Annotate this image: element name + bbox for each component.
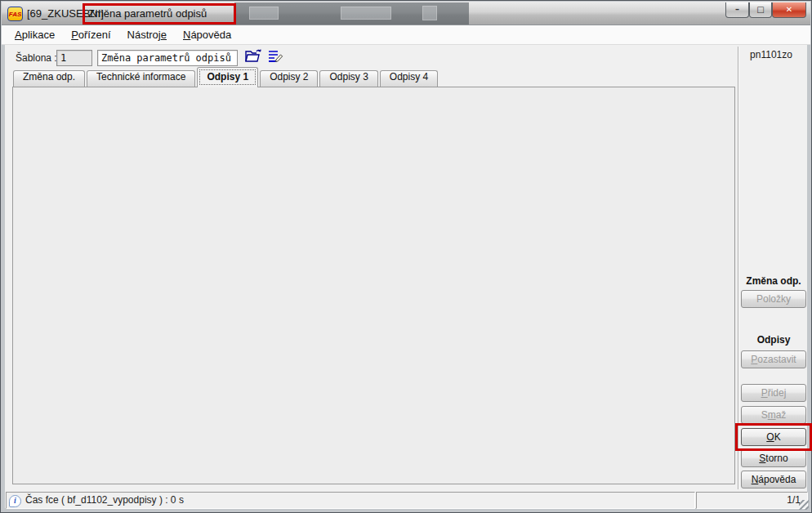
resize-grip[interactable] xyxy=(799,500,809,510)
pridej-button[interactable]: Přidej xyxy=(741,384,806,402)
tab-odpisy-4[interactable]: Odpisy 4 xyxy=(380,70,438,87)
pozastavit-button[interactable]: Pozastavit xyxy=(741,350,806,368)
title-bar[interactable]: FAS [69_ZKUSEBNI] Změna parametrů odpisů… xyxy=(2,2,810,25)
minimize-button[interactable]: – xyxy=(725,2,749,18)
napoveda-button[interactable]: Nápověda xyxy=(741,471,806,488)
window-title-main: Změna parametrů odpisů xyxy=(88,7,207,20)
status-bar-message: iČas fce ( bf_d1102_vypodpisy ) : 0 s xyxy=(6,492,695,509)
app-logo-icon: FAS xyxy=(7,7,23,21)
odpisy-section-label: Odpisy xyxy=(739,334,808,346)
tab-technicke-informace[interactable]: Technické informace xyxy=(87,70,195,87)
tab-odpisy-3[interactable]: Odpisy 3 xyxy=(319,70,377,87)
status-bar-pager: 1/1 xyxy=(696,492,808,509)
smaz-button[interactable]: Smaž xyxy=(741,406,806,424)
menu-porizeni[interactable]: Pořízení xyxy=(63,27,118,42)
tab-odpisy-1[interactable]: Odpisy 1 xyxy=(197,67,258,87)
sablona-number-field[interactable]: 1 xyxy=(56,50,92,66)
sablona-name-field[interactable]: Změna parametrů odpisů xyxy=(97,50,238,66)
close-icon: ✕ xyxy=(786,5,792,14)
title-annotation-redbox: Změna parametrů odpisů xyxy=(83,3,236,25)
zmena-odp-section-label: Změna odp. xyxy=(739,275,808,287)
edit-list-icon[interactable] xyxy=(267,49,283,63)
screen-code-label: pn1101zo xyxy=(741,49,801,60)
storno-button[interactable]: Storno xyxy=(741,449,806,467)
maximize-icon: □ xyxy=(756,5,764,14)
menu-napoveda[interactable]: Nápověda xyxy=(175,27,239,42)
open-template-folder-icon[interactable] xyxy=(244,48,262,64)
info-icon: i xyxy=(9,495,21,507)
tab-page-odpisy1 xyxy=(12,87,735,484)
menu-aplikace[interactable]: Aplikace xyxy=(7,27,63,42)
minimize-icon: – xyxy=(735,5,739,14)
tab-odpisy-2[interactable]: Odpisy 2 xyxy=(260,70,318,87)
polozky-button[interactable]: Položky xyxy=(741,290,806,308)
menu-nastroje[interactable]: Nástroje xyxy=(119,27,175,42)
application-window: FAS [69_ZKUSEBNI] Změna parametrů odpisů… xyxy=(0,0,812,513)
tab-strip: Změna odp. Technické informace Odpisy 1 … xyxy=(13,69,439,87)
background-window-ghost xyxy=(234,2,469,25)
maximize-button[interactable]: □ xyxy=(749,2,772,18)
tab-zmena-odp[interactable]: Změna odp. xyxy=(13,70,85,87)
close-button[interactable]: ✕ xyxy=(772,2,806,18)
sablona-label: Šablona : xyxy=(16,52,57,64)
ok-annotation-redbox xyxy=(735,423,812,451)
menu-bar: Aplikace Pořízení Nástroje Nápověda xyxy=(2,25,810,45)
